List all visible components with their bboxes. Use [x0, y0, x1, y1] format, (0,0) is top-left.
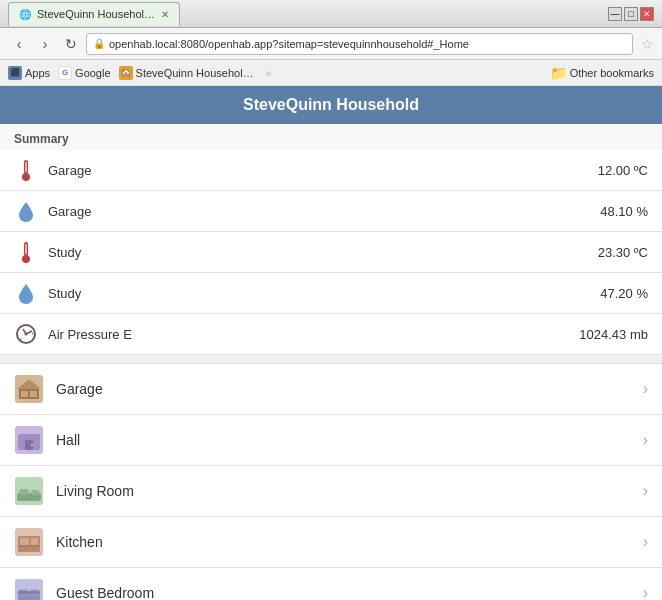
svg-point-1 — [22, 173, 30, 181]
thermometer-icon-1 — [14, 158, 38, 182]
pressure-icon: 0 E — [14, 322, 38, 346]
minimize-button[interactable]: — — [608, 7, 622, 21]
kitchen-room-icon — [14, 527, 44, 557]
svg-line-9 — [23, 329, 26, 334]
apps-icon: ⬛ — [8, 66, 22, 80]
svg-rect-15 — [30, 391, 37, 397]
summary-section: Summary Garage 12.00 ºC — [0, 124, 662, 355]
bookmark-apps[interactable]: ⬛ Apps — [8, 66, 50, 80]
address-bar[interactable]: 🔒 openhab.local:8080/openhab.app?sitemap… — [86, 33, 633, 55]
guest-bedroom-label: Guest Bedroom — [56, 585, 643, 600]
bookmark-star-icon[interactable]: ☆ — [641, 36, 654, 52]
bookmark-openhab[interactable]: 🏠 SteveQuinn Househol… — [119, 66, 254, 80]
tab-title: SteveQuinn Househol… — [37, 8, 155, 20]
page-title: SteveQuinn Household — [243, 96, 419, 113]
summary-item-air-pressure: 0 E Air Pressure E 1024.43 mb — [0, 314, 662, 355]
page-content: SteveQuinn Household Summary Garage 12.0… — [0, 86, 662, 600]
kitchen-room-label: Kitchen — [56, 534, 643, 550]
forward-button[interactable]: › — [34, 33, 56, 55]
garage-temp-label: Garage — [48, 163, 598, 178]
air-pressure-label: Air Pressure E — [48, 327, 579, 342]
svg-rect-14 — [21, 391, 28, 397]
humidity-icon-1 — [14, 199, 38, 223]
nav-item-guest-bedroom[interactable]: Guest Bedroom › — [0, 568, 662, 600]
garage-chevron-icon: › — [643, 380, 648, 398]
living-room-chevron-icon: › — [643, 482, 648, 500]
svg-rect-28 — [31, 538, 38, 545]
bookmarks-bar: ⬛ Apps G Google 🏠 SteveQuinn Househol… »… — [0, 60, 662, 86]
svg-rect-27 — [20, 538, 29, 545]
study-temp-value: 23.30 ºC — [598, 245, 648, 260]
garage-room-icon — [14, 374, 44, 404]
browser-window: 🌐 SteveQuinn Househol… ✕ — □ ✕ ‹ › ↻ 🔒 o… — [0, 0, 662, 600]
browser-tab[interactable]: 🌐 SteveQuinn Househol… ✕ — [8, 2, 180, 26]
garage-temp-value: 12.00 ºC — [598, 163, 648, 178]
living-room-icon — [14, 476, 44, 506]
svg-rect-5 — [25, 244, 27, 254]
study-temp-label: Study — [48, 245, 598, 260]
summary-item-garage-temp: Garage 12.00 ºC — [0, 150, 662, 191]
address-text: openhab.local:8080/openhab.app?sitemap=s… — [109, 38, 469, 50]
svg-rect-2 — [25, 162, 27, 172]
svg-rect-34 — [18, 591, 40, 594]
bookmark-separator: » — [266, 67, 272, 79]
window-controls: — □ ✕ — [608, 7, 654, 21]
tab-close-icon[interactable]: ✕ — [161, 9, 169, 20]
page-header: SteveQuinn Household — [0, 86, 662, 124]
svg-point-20 — [31, 444, 33, 446]
svg-rect-24 — [31, 490, 39, 495]
thermometer-icon-2 — [14, 240, 38, 264]
garage-hum-value: 48.10 % — [600, 204, 648, 219]
kitchen-chevron-icon: › — [643, 533, 648, 551]
reload-button[interactable]: ↻ — [60, 33, 82, 55]
study-hum-label: Study — [48, 286, 600, 301]
hall-room-icon — [14, 425, 44, 455]
summary-item-study-temp: Study 23.30 ºC — [0, 232, 662, 273]
nav-item-kitchen[interactable]: Kitchen › — [0, 517, 662, 568]
other-bookmarks-label: Other bookmarks — [570, 67, 654, 79]
svg-rect-23 — [19, 489, 29, 495]
google-icon: G — [58, 66, 72, 80]
humidity-icon-2 — [14, 281, 38, 305]
svg-point-4 — [22, 255, 30, 263]
living-room-label: Living Room — [56, 483, 643, 499]
maximize-button[interactable]: □ — [624, 7, 638, 21]
nav-item-garage[interactable]: Garage › — [0, 363, 662, 415]
lock-icon: 🔒 — [93, 38, 105, 49]
openhab-icon: 🏠 — [119, 66, 133, 80]
title-bar: 🌐 SteveQuinn Househol… ✕ — □ ✕ — [0, 0, 662, 28]
bookmark-google-label: Google — [75, 67, 110, 79]
nav-item-living-room[interactable]: Living Room › — [0, 466, 662, 517]
summary-item-study-hum: Study 47.20 % — [0, 273, 662, 314]
bookmark-openhab-label: SteveQuinn Househol… — [136, 67, 254, 79]
nav-item-hall[interactable]: Hall › — [0, 415, 662, 466]
close-button[interactable]: ✕ — [640, 7, 654, 21]
other-bookmarks[interactable]: 📁 Other bookmarks — [550, 65, 654, 81]
guest-bedroom-chevron-icon: › — [643, 584, 648, 600]
guest-bedroom-icon — [14, 578, 44, 600]
study-hum-value: 47.20 % — [600, 286, 648, 301]
summary-label: Summary — [0, 124, 662, 150]
back-button[interactable]: ‹ — [8, 33, 30, 55]
garage-hum-label: Garage — [48, 204, 600, 219]
bookmark-apps-label: Apps — [25, 67, 50, 79]
nav-bar: ‹ › ↻ 🔒 openhab.local:8080/openhab.app?s… — [0, 28, 662, 60]
garage-room-label: Garage — [56, 381, 643, 397]
svg-text:E: E — [32, 331, 35, 336]
air-pressure-value: 1024.43 mb — [579, 327, 648, 342]
rooms-section: Garage › Hall › — [0, 363, 662, 600]
hall-chevron-icon: › — [643, 431, 648, 449]
summary-item-garage-hum: Garage 48.10 % — [0, 191, 662, 232]
hall-room-label: Hall — [56, 432, 643, 448]
bookmark-google[interactable]: G Google — [58, 66, 110, 80]
